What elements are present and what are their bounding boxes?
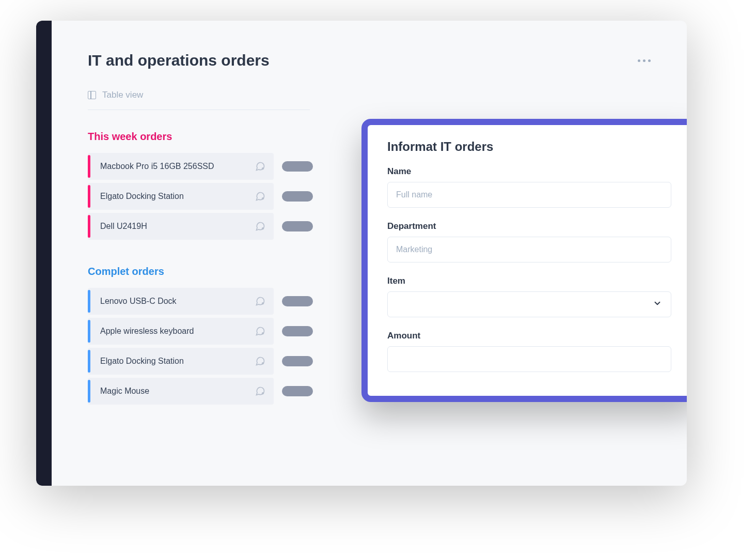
svg-point-0 (262, 167, 264, 169)
status-pill[interactable] (282, 326, 313, 336)
chat-icon[interactable] (255, 221, 265, 231)
svg-point-2 (262, 227, 264, 229)
status-bar (88, 290, 90, 313)
more-menu-icon[interactable] (638, 59, 651, 62)
svg-point-6 (262, 392, 264, 394)
chat-icon[interactable] (255, 326, 265, 336)
page-title: IT and operations orders (88, 52, 270, 69)
amount-input[interactable] (387, 346, 671, 372)
chat-icon[interactable] (255, 191, 265, 202)
status-pill[interactable] (282, 386, 313, 396)
form-title: Informat IT orders (387, 140, 671, 154)
status-bar (88, 155, 90, 178)
label-amount: Amount (387, 331, 671, 341)
status-bar (88, 350, 90, 373)
status-pill[interactable] (282, 296, 313, 306)
tab-table-view[interactable]: Table view (102, 90, 143, 100)
status-pill[interactable] (282, 356, 313, 366)
status-bar (88, 215, 90, 238)
label-item: Item (387, 276, 671, 286)
svg-point-4 (262, 332, 264, 334)
label-department: Department (387, 221, 671, 231)
app-sidebar-stripe (36, 21, 52, 486)
order-name: Elgato Docking Station (100, 192, 255, 201)
status-bar (88, 320, 90, 343)
order-name: Dell U2419H (100, 222, 255, 231)
department-input[interactable] (387, 237, 671, 262)
view-tabs: Table view (88, 90, 310, 110)
order-name: Macbook Pro i5 16GB 256SSD (100, 162, 255, 171)
svg-point-3 (262, 302, 264, 304)
item-select[interactable] (387, 291, 671, 317)
name-input[interactable] (387, 182, 671, 208)
order-name: Elgato Docking Station (100, 357, 255, 366)
status-bar (88, 380, 90, 403)
table-view-icon (88, 91, 96, 99)
status-pill[interactable] (282, 221, 313, 231)
order-name: Apple wiresless keyboard (100, 327, 255, 336)
status-pill[interactable] (282, 161, 313, 172)
chat-icon[interactable] (255, 356, 265, 366)
label-name: Name (387, 166, 671, 177)
order-name: Magic Mouse (100, 387, 255, 396)
order-form-panel: Informat IT orders Name Department Item (361, 119, 687, 402)
chat-icon[interactable] (255, 296, 265, 306)
status-pill[interactable] (282, 191, 313, 202)
svg-point-1 (262, 197, 264, 199)
chat-icon[interactable] (255, 386, 265, 396)
status-bar (88, 185, 90, 208)
svg-point-5 (262, 362, 264, 364)
chat-icon[interactable] (255, 161, 265, 172)
order-name: Lenovo USB-C Dock (100, 297, 255, 306)
main-content: IT and operations orders Table view This… (52, 21, 687, 486)
